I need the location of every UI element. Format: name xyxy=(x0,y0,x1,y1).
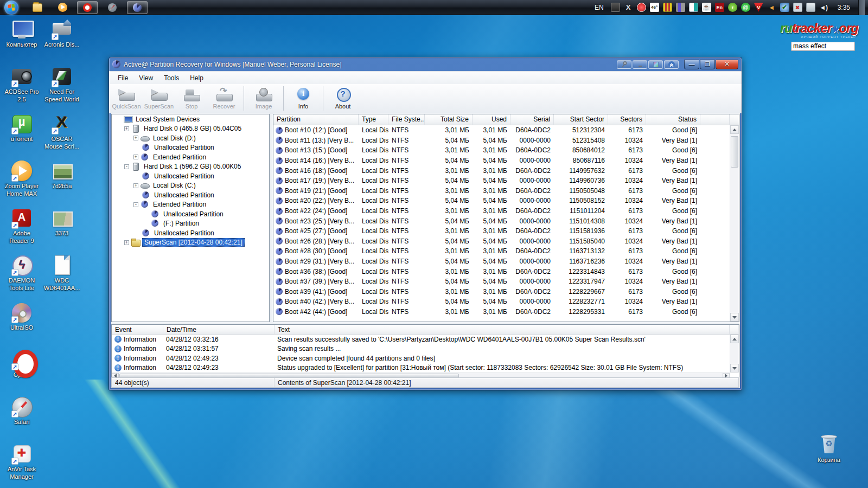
tree-item[interactable]: -Extended Partition xyxy=(112,200,269,210)
superscan-button[interactable]: SuperScan xyxy=(143,84,175,113)
table-row[interactable]: Boot #28 (30:) [Good]Local DiskNTFS3,01 … xyxy=(273,246,730,256)
table-row[interactable]: Boot #19 (21:) [Good]Local DiskNTFS3,01 … xyxy=(273,186,730,196)
menu-item-view[interactable]: View xyxy=(133,73,158,84)
gadget-search-input[interactable] xyxy=(791,42,855,51)
log-column-header-event[interactable]: Event xyxy=(112,325,163,334)
oscar-icon[interactable]: X xyxy=(624,3,633,12)
info-circle-icon[interactable]: i xyxy=(728,3,737,12)
show-desktop-button[interactable] xyxy=(858,0,865,15)
table-row[interactable]: Boot #17 (19:) [Very B...Local DiskNTFS5… xyxy=(273,176,730,186)
taskbar-app-explorer[interactable] xyxy=(27,1,48,14)
language-indicator[interactable]: EN xyxy=(595,4,604,11)
panels-icon[interactable] xyxy=(689,3,698,12)
image-button[interactable]: Image xyxy=(247,84,280,113)
table-row[interactable]: Boot #23 (25:) [Very B...Local DiskNTFS5… xyxy=(273,216,730,226)
menu-item-tools[interactable]: Tools xyxy=(158,73,184,84)
expand-icon[interactable]: + xyxy=(133,155,138,159)
stop-button[interactable]: Stop xyxy=(175,84,208,113)
desktop-icon-oscar[interactable]: OSCAR Mouse Scri... xyxy=(41,113,82,160)
desktop-icon-recycle-bin[interactable]: Корзина xyxy=(807,434,851,481)
scroll-down-button[interactable] xyxy=(730,313,739,322)
scrollbar-thumb[interactable] xyxy=(731,136,738,168)
table-row[interactable]: Boot #22 (24:) [Good]Local DiskNTFS3,01 … xyxy=(273,206,730,216)
column-header-partition[interactable]: Partition xyxy=(273,114,359,125)
table-row[interactable]: Boot #42 (44:) [Good]Local DiskNTFS3,01 … xyxy=(273,307,730,317)
adobe-en-icon[interactable]: En xyxy=(715,3,724,12)
tree-item[interactable]: Local System Devices xyxy=(112,114,269,124)
log-vertical-scrollbar[interactable] xyxy=(730,335,739,373)
log-row[interactable]: !Information04/28/12 02:49:23Status upgr… xyxy=(112,363,739,373)
expand-icon[interactable]: + xyxy=(133,136,138,140)
column-header-serial[interactable]: Serial xyxy=(510,114,554,125)
column-header-file-syste-[interactable]: File Syste... xyxy=(388,114,425,125)
desktop-icon-computer[interactable]: Компьютер xyxy=(1,18,42,66)
desktop-icon-daemon[interactable]: DAEMON Tools Lite xyxy=(1,254,42,301)
menu-item-help[interactable]: Help xyxy=(184,73,209,84)
antivirus-icon[interactable]: V xyxy=(754,3,763,12)
desktop-icon-photo1[interactable]: 7d2b5a xyxy=(41,160,82,207)
network-error-icon[interactable]: ✖ xyxy=(793,3,802,12)
desktop-icon-nfs[interactable]: Need For Speed World xyxy=(41,66,82,113)
tree-item[interactable]: +Extended Partition xyxy=(112,152,269,162)
column-header-sectors[interactable]: Sectors xyxy=(608,114,646,125)
collapse-icon[interactable]: - xyxy=(124,164,129,169)
roll-up-button[interactable] xyxy=(664,60,679,69)
grid-icon[interactable] xyxy=(663,3,672,12)
column-header-status[interactable]: Status xyxy=(646,114,700,125)
column-header-total-size[interactable]: Total Size xyxy=(425,114,473,125)
table-row[interactable]: Boot #14 (16:) [Very B...Local DiskNTFS5… xyxy=(273,156,730,166)
table-row[interactable]: Boot #36 (38:) [Good]Local DiskNTFS3,01 … xyxy=(273,266,730,277)
table-row[interactable]: Boot #20 (22:) [Very B...Local DiskNTFS5… xyxy=(273,196,730,206)
maximize-button[interactable]: ❐ xyxy=(700,60,715,69)
log-row[interactable]: !Information04/28/12 03:31:57Saving scan… xyxy=(112,344,739,354)
table-row[interactable]: Boot #10 (12:) [Good]Local DiskNTFS3,01 … xyxy=(273,125,730,136)
expand-icon[interactable]: + xyxy=(124,240,129,245)
ram-icon[interactable] xyxy=(676,3,685,12)
window-titlebar[interactable]: Active@ Partition Recovery for Windows [… xyxy=(109,57,742,71)
desktop-icon-anvir[interactable]: AnVir Task Manager xyxy=(1,443,42,488)
expand-icon[interactable]: + xyxy=(133,183,138,188)
start-button[interactable] xyxy=(4,1,18,15)
minimize-button[interactable]: — xyxy=(684,60,699,69)
desktop-icon-adobereader[interactable]: Adobe Reader 9 xyxy=(1,207,42,254)
transparency-button[interactable] xyxy=(648,60,663,69)
info-button[interactable]: Info xyxy=(287,84,320,113)
desktop-icon-photo2[interactable]: 3373 xyxy=(41,207,82,254)
tree-item[interactable]: +Local Disk (D:) xyxy=(112,133,269,143)
expand-icon[interactable]: + xyxy=(124,126,129,131)
log-column-header-date-time[interactable]: Date/Time xyxy=(163,325,275,334)
tree-item[interactable]: Unallocated Partition xyxy=(112,228,269,238)
shield-check-icon[interactable]: ✔ xyxy=(780,3,789,12)
taskbar-clock[interactable]: 3:35 xyxy=(838,4,850,11)
display-icon[interactable] xyxy=(611,3,620,12)
desktop-icon-acronis[interactable]: Acronis Dis... xyxy=(41,18,82,66)
pin-on-top-button[interactable] xyxy=(617,60,631,69)
tree-item[interactable]: +Hard Disk 0 (465.8 GB) 05.04C05 xyxy=(112,124,269,134)
log-column-header-text[interactable]: Text xyxy=(275,325,730,334)
network-icon[interactable] xyxy=(806,3,815,12)
taskbar-app-apr[interactable] xyxy=(127,1,148,14)
at-sign-icon[interactable]: @ xyxy=(741,3,750,12)
column-header-used[interactable]: Used xyxy=(473,114,510,125)
volume-icon[interactable]: ◄) xyxy=(819,3,828,12)
table-row[interactable]: Boot #39 (41:) [Good]Local DiskNTFS3,01 … xyxy=(273,287,730,297)
about-button[interactable]: About xyxy=(327,84,359,113)
table-row[interactable]: Boot #40 (42:) [Very B...Local DiskNTFS5… xyxy=(273,297,730,307)
table-row[interactable]: Boot #11 (13:) [Very B...Local DiskNTFS5… xyxy=(273,136,730,146)
collapse-icon[interactable]: - xyxy=(133,202,138,207)
speaker-muted-icon[interactable]: ◄ xyxy=(767,3,776,12)
tree-item[interactable]: +SuperScan [2012-04-28 00:42:21] xyxy=(112,238,269,248)
table-row[interactable]: Boot #26 (28:) [Very B...Local DiskNTFS5… xyxy=(273,236,730,247)
table-row[interactable]: Boot #16 (18:) [Good]Local DiskNTFS3,01 … xyxy=(273,165,730,176)
quickscan-button[interactable]: QuickScan xyxy=(110,84,143,113)
tree-item[interactable]: Unallocated Partition xyxy=(112,143,269,153)
table-vertical-scrollbar[interactable] xyxy=(730,125,739,322)
desktop-icon-utorrent[interactable]: uTorrent xyxy=(1,113,42,160)
desktop-icon-acdsee[interactable]: ACDSee Pro 2.5 xyxy=(1,66,42,113)
alarm-icon[interactable] xyxy=(637,3,646,12)
menu-item-file[interactable]: File xyxy=(112,73,133,84)
desktop-icon-zoomplayer[interactable]: Zoom Player Home MAX xyxy=(1,160,42,207)
log-row[interactable]: !Information04/28/12 02:49:23Device scan… xyxy=(112,354,739,363)
desktop-icon-safari[interactable]: Safari xyxy=(1,396,42,443)
tree-item[interactable]: Unallocated Partition xyxy=(112,190,269,200)
